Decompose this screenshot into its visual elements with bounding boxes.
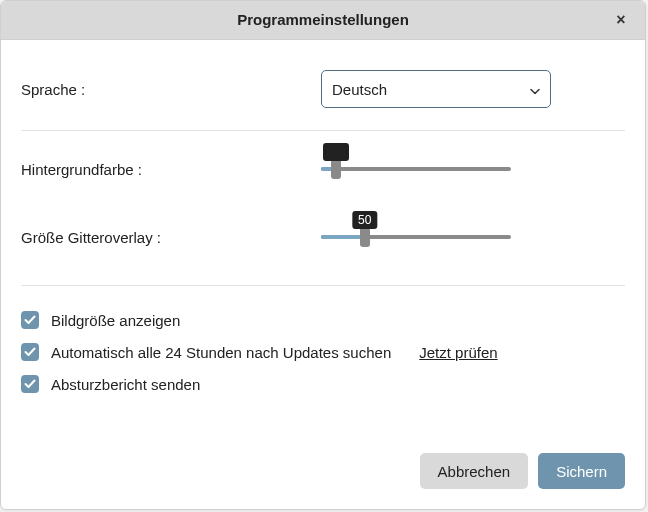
divider bbox=[21, 130, 625, 131]
chevron-down-icon bbox=[530, 81, 540, 98]
gridsize-row: Größe Gitteroverlay : 50 bbox=[21, 217, 625, 257]
title-bar: Programmeinstellungen × bbox=[1, 1, 645, 40]
show-size-row: Bildgröße anzeigen bbox=[21, 304, 625, 336]
language-label: Sprache : bbox=[21, 81, 85, 98]
show-size-checkbox[interactable] bbox=[21, 311, 39, 329]
check-now-link[interactable]: Jetzt prüfen bbox=[419, 344, 497, 361]
checks-section: Bildgröße anzeigen Automatisch alle 24 S… bbox=[21, 304, 625, 400]
auto-update-label: Automatisch alle 24 Stunden nach Updates… bbox=[51, 344, 391, 361]
show-size-label: Bildgröße anzeigen bbox=[51, 312, 180, 329]
language-select[interactable]: Deutsch bbox=[321, 70, 551, 108]
language-row: Sprache : Deutsch bbox=[21, 70, 625, 108]
slider-thumb[interactable] bbox=[360, 227, 370, 247]
slider-thumb[interactable] bbox=[331, 159, 341, 179]
crash-report-row: Absturzbericht senden bbox=[21, 368, 625, 400]
gridsize-slider[interactable]: 50 bbox=[321, 217, 511, 257]
gridsize-label: Größe Gitteroverlay : bbox=[21, 229, 161, 246]
settings-dialog: Programmeinstellungen × Sprache : Deutsc… bbox=[0, 0, 646, 510]
bgcolor-row: Hintergrundfarbe : bbox=[21, 149, 625, 189]
divider bbox=[21, 285, 625, 286]
slider-track bbox=[321, 167, 511, 171]
auto-update-checkbox[interactable] bbox=[21, 343, 39, 361]
slider-tooltip bbox=[323, 143, 349, 161]
cancel-button[interactable]: Abbrechen bbox=[420, 453, 529, 489]
check-icon bbox=[24, 379, 36, 389]
dialog-footer: Abbrechen Sichern bbox=[1, 439, 645, 509]
close-icon: × bbox=[616, 11, 625, 28]
language-selected-value: Deutsch bbox=[332, 81, 387, 98]
bgcolor-slider[interactable] bbox=[321, 149, 511, 189]
bgcolor-label: Hintergrundfarbe : bbox=[21, 161, 142, 178]
crash-report-checkbox[interactable] bbox=[21, 375, 39, 393]
crash-report-label: Absturzbericht senden bbox=[51, 376, 200, 393]
slider-tooltip: 50 bbox=[352, 211, 377, 229]
slider-fill bbox=[321, 235, 365, 239]
dialog-title: Programmeinstellungen bbox=[237, 11, 409, 28]
save-button[interactable]: Sichern bbox=[538, 453, 625, 489]
auto-update-row: Automatisch alle 24 Stunden nach Updates… bbox=[21, 336, 625, 368]
check-icon bbox=[24, 347, 36, 357]
dialog-body: Sprache : Deutsch Hintergrundfarbe : bbox=[1, 40, 645, 439]
sliders-section: Hintergrundfarbe : Größe Gitteroverlay : bbox=[21, 149, 625, 257]
close-button[interactable]: × bbox=[607, 1, 635, 39]
check-icon bbox=[24, 315, 36, 325]
